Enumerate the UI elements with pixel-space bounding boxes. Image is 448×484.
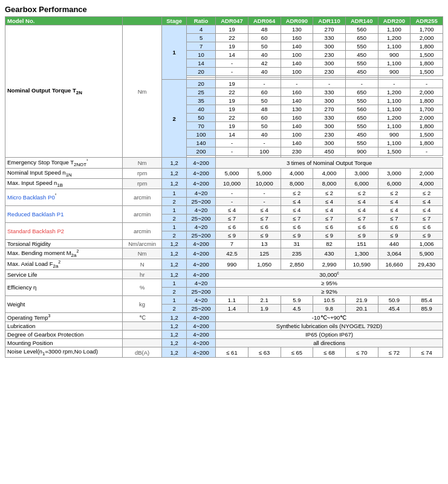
table-row: Degree of Gearbox Protection 1,2 4~200 I… <box>5 331 443 339</box>
table-row: Max. Bending moment M2a2 Nm 1,2 4~200 42… <box>5 248 443 259</box>
col-header-adr090: ADR090 <box>281 17 313 25</box>
table-row: Operating Temp3 ℃ 1,2 4~200 -10℃~+90℃ <box>5 313 443 322</box>
col-header-adr064: ADR064 <box>248 17 281 25</box>
col-header-adr110: ADR110 <box>313 17 346 25</box>
page-title: Gearbox Performance <box>5 5 443 14</box>
table-row: Noise Level(n1=3000 rpm,No Load) dB(A) 1… <box>5 347 443 358</box>
col-header-ratio: Ratio <box>186 17 215 25</box>
table-row: Emergency Stop Torque T2NOT¹ Nm 1,2 4~20… <box>5 158 443 169</box>
table-row: Efficiency η % 1 4~20 ≥ 95% <box>5 279 443 288</box>
table-row: Nominal Output Torque T2N Nm 1 4 1948130… <box>5 25 443 34</box>
table-row: Max. Input Speed n1B rpm 1,2 4~200 10,00… <box>5 178 443 189</box>
performance-table: Model No. Stage Ratio ADR047 ADR064 ADR0… <box>5 16 443 358</box>
table-row: Lubrication 1,2 4~200 Synthetic lubricat… <box>5 322 443 331</box>
col-header-adr200: ADR200 <box>378 17 411 25</box>
col-header-adr140: ADR140 <box>345 17 378 25</box>
table-row: Standard Backlash P2 arcmin 1 4~20 ≤ 6≤ … <box>5 222 443 231</box>
table-row: Weight kg 1 4~20 1.12.15.910.521.950.985… <box>5 296 443 305</box>
table-row: Mounting Position 1,2 4~200 all directio… <box>5 339 443 347</box>
table-row: Nominal Input Speed n1N rpm 1,2 4~200 5,… <box>5 169 443 179</box>
col-header-model: Model No. <box>5 17 123 25</box>
col-header-stage: Stage <box>162 17 187 25</box>
col-header-adr255: ADR255 <box>411 17 443 25</box>
table-row: Micro Backlash P0° arcmin 1 4~20 --≤ 2≤ … <box>5 189 443 197</box>
table-row: Torsional Rigidity Nm/arcmin 1,2 4~200 7… <box>5 239 443 248</box>
col-header-adr047: ADR047 <box>216 17 248 25</box>
table-row: Max. Axial Load F2a2 N 1,2 4~200 9901,05… <box>5 259 443 269</box>
col-header-unit <box>122 17 161 25</box>
table-row: Reduced Backlash P1 arcmin 1 4~20 ≤ 4≤ 4… <box>5 205 443 214</box>
table-row: Service Life hr 1,2 4~200 30,000c <box>5 269 443 279</box>
